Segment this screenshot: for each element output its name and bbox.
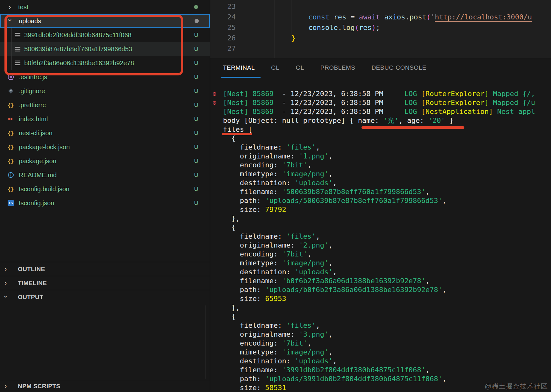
terminal-line: fieldname: 'files',	[223, 321, 551, 330]
git-modified-dot-badge	[195, 19, 199, 23]
error-circle-icon: ⊗	[212, 90, 217, 98]
git-untracked-badge: U	[192, 186, 200, 192]
html-icon: <>	[8, 116, 12, 122]
terminal-line: fieldname: 'files',	[223, 143, 551, 152]
terminal-line: originalname: '1.png',	[223, 152, 551, 161]
lines-icon	[15, 47, 20, 52]
panel-tabbar: TERMINALGLGLPROBLEMSDEBUG CONSOLE	[223, 58, 426, 77]
terminal-line: {	[223, 223, 551, 232]
file-label: README.md	[19, 172, 57, 179]
file-label: b0f6b2f3a86a06d1388be16392b92e78	[24, 60, 134, 67]
folder-label: test	[18, 4, 28, 11]
sidebar-file-3991db0b2f804ddf380b64875c11f068[interactable]: 3991db0b2f804ddf380b64875c11f068U	[0, 28, 210, 42]
chevron-right-icon: ›	[8, 3, 11, 11]
sidebar-section-outline[interactable]: ›OUTLINE	[0, 262, 210, 276]
file-label: index.html	[19, 116, 48, 123]
panel-tab-gl-2[interactable]: GL	[296, 64, 304, 71]
braces-icon: {}	[8, 144, 14, 150]
active-tab-underline	[221, 77, 261, 78]
terminal-line: },	[223, 303, 551, 312]
terminal-line: size: 79792	[223, 205, 551, 214]
panel-tab-gl[interactable]: GL	[271, 64, 279, 71]
file-label: tsconfig.build.json	[19, 186, 69, 193]
sidebar-section-output[interactable]: ›OUTPUT	[0, 290, 210, 304]
line-number: 25	[210, 22, 236, 33]
terminal-line: size: 65953	[223, 294, 551, 303]
terminal-line: filename: '3991db0b2f804ddf380b64875c11f…	[223, 366, 551, 374]
terminal-line: filename: '500639b87e87b8eff760a1f799866…	[223, 187, 551, 196]
sidebar-file-b0f6b2f3a86a06d1388be16392b92e78[interactable]: b0f6b2f3a86a06d1388be16392b92e78U	[0, 56, 210, 70]
file-label: .prettierrc	[19, 102, 46, 109]
code-line: const res = await axios.post('http://loc…	[241, 12, 532, 22]
code-line: }	[241, 33, 296, 43]
git-untracked-badge: U	[192, 32, 200, 38]
sidebar-folder-uploads[interactable]: ›uploads	[0, 14, 210, 28]
sidebar-file-tsconfig.json[interactable]: TStsconfig.jsonU	[0, 196, 210, 210]
terminal-line: encoding: '7bit',	[223, 161, 551, 170]
lines-icon	[15, 61, 20, 66]
file-label: 3991db0b2f804ddf380b64875c11f068	[24, 32, 132, 39]
sidebar-file-.eslintrc.js[interactable]: .eslintrc.jsU	[0, 70, 210, 84]
terminal-line: {	[223, 312, 551, 321]
error-circle-icon: ⊗	[212, 99, 217, 107]
terminal-line: ⊗[Nest] 85869 - 12/23/2023, 6:38:58 PM L…	[223, 89, 551, 98]
sidebar-file-500639b87e87b8eff760a1f799866d53[interactable]: 500639b87e87b8eff760a1f799866d53U	[0, 42, 210, 56]
sidebar-file-.prettierrc[interactable]: {}.prettierrcU	[0, 98, 210, 112]
section-label: TIMELINE	[18, 280, 47, 287]
chevron-down-icon: ›	[6, 19, 14, 22]
code-editor[interactable]: 2324252627 const res = await axios.post(…	[210, 0, 551, 58]
output-panel-divider	[205, 305, 206, 379]
chevron-right-icon: ›	[4, 383, 7, 390]
git-untracked-badge: U	[192, 74, 200, 80]
sidebar-section-npm-scripts[interactable]: ›NPM SCRIPTS	[0, 380, 210, 392]
file-label: package-lock.json	[19, 144, 70, 151]
panel-tab-terminal[interactable]: TERMINAL	[223, 64, 255, 71]
file-label: .gitignore	[19, 88, 45, 95]
terminal-line: fieldname: 'files',	[223, 232, 551, 241]
terminal-line: originalname: '3.png',	[223, 330, 551, 339]
terminal-line: body [Object: null prototype] { name: '光…	[223, 116, 551, 125]
git-untracked-badge: U	[192, 116, 200, 122]
line-number: 27	[210, 43, 236, 54]
terminal-line: originalname: '2.png',	[223, 241, 551, 250]
sidebar-file-.gitignore[interactable]: .gitignoreU	[0, 84, 210, 98]
panel-tab-debug-console[interactable]: DEBUG CONSOLE	[371, 64, 426, 71]
terminal-line: [Nest] 85869 - 12/23/2023, 6:38:58 PM LO…	[223, 107, 551, 116]
chevron-down-icon: ›	[2, 295, 9, 298]
sidebar-file-README.md[interactable]: README.mdU	[0, 168, 210, 182]
eslint-icon	[8, 74, 14, 80]
sidebar-file-nest-cli.json[interactable]: {}nest-cli.jsonU	[0, 126, 210, 140]
explorer-sidebar: ›test›uploads3991db0b2f804ddf380b64875c1…	[0, 0, 210, 392]
section-label: OUTPUT	[18, 294, 43, 301]
braces-icon: {}	[8, 102, 14, 108]
watermark: @稀土掘金技术社区	[485, 382, 548, 391]
sidebar-folder-test[interactable]: ›test	[0, 0, 210, 14]
terminal-line: encoding: '7bit',	[223, 339, 551, 348]
file-label: tsconfig.json	[19, 200, 54, 207]
terminal-output[interactable]: ⊗[Nest] 85869 - 12/23/2023, 6:38:58 PM L…	[223, 89, 551, 392]
tree-indent-guide	[11, 28, 12, 70]
sidebar-section-timeline[interactable]: ›TIMELINE	[0, 276, 210, 290]
sidebar-file-index.html[interactable]: <>index.htmlU	[0, 112, 210, 126]
sidebar-file-package-lock.json[interactable]: {}package-lock.jsonU	[0, 140, 210, 154]
git-icon	[8, 88, 14, 94]
panel-tab-problems[interactable]: PROBLEMS	[320, 64, 355, 71]
line-number: 26	[210, 33, 236, 43]
terminal-line: mimetype: 'image/png',	[223, 348, 551, 357]
sidebar-file-package.json[interactable]: {}package.jsonU	[0, 154, 210, 168]
code-line: console.log(res);	[241, 22, 380, 33]
file-label: package.json	[19, 158, 56, 165]
file-label: 500639b87e87b8eff760a1f799866d53	[24, 46, 132, 53]
sidebar-file-tsconfig.build.json[interactable]: {}tsconfig.build.jsonU	[0, 182, 210, 196]
git-untracked-badge: U	[192, 88, 200, 94]
terminal-line: destination: 'uploads',	[223, 178, 551, 187]
git-untracked-badge: U	[192, 46, 200, 52]
terminal-line: mimetype: 'image/png',	[223, 259, 551, 268]
section-label: OUTLINE	[18, 266, 45, 273]
chevron-right-icon: ›	[4, 266, 7, 273]
git-modified-dot-badge	[194, 5, 198, 9]
terminal-line: filename: 'b0f6b2f3a86a06d1388be16392b92…	[223, 276, 551, 285]
terminal-line: mimetype: 'image/png',	[223, 170, 551, 178]
chevron-right-icon: ›	[4, 280, 7, 287]
terminal-line: path: 'uploads/b0f6b2f3a86a06d1388be1639…	[223, 285, 551, 294]
